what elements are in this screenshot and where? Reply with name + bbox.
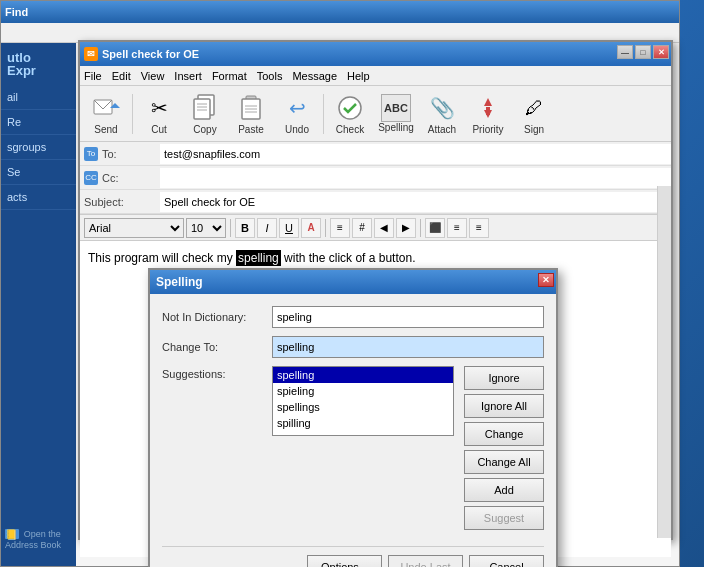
- to-input[interactable]: [160, 144, 671, 164]
- email-window-title: Spell check for OE: [102, 48, 199, 60]
- change-all-button[interactable]: Change All: [464, 450, 544, 474]
- cancel-button[interactable]: Cancel: [469, 555, 544, 567]
- check-button[interactable]: Check: [328, 89, 372, 138]
- sidebar-item-se[interactable]: Se: [1, 160, 76, 185]
- change-to-row: Change To:: [162, 336, 544, 358]
- suggestions-list[interactable]: spelling spieling spellings spilling: [272, 366, 454, 436]
- font-select[interactable]: Arial: [84, 218, 184, 238]
- change-to-input[interactable]: [272, 336, 544, 358]
- menu-edit[interactable]: Edit: [112, 70, 131, 82]
- priority-button[interactable]: Priority: [466, 89, 510, 138]
- svg-marker-15: [484, 110, 492, 118]
- sign-button[interactable]: 🖊 Sign: [512, 89, 556, 138]
- sidebar-item-mail[interactable]: ail: [1, 85, 76, 110]
- menu-tools[interactable]: Tools: [257, 70, 283, 82]
- close-button[interactable]: ✕: [653, 45, 669, 59]
- menu-file[interactable]: File: [84, 70, 102, 82]
- menu-message[interactable]: Message: [292, 70, 337, 82]
- undo-label: Undo: [285, 124, 309, 135]
- bold-button[interactable]: B: [235, 218, 255, 238]
- send-icon: [90, 92, 122, 124]
- check-icon: [334, 92, 366, 124]
- suggestion-item-spellings[interactable]: spellings: [273, 399, 453, 415]
- email-menubar: File Edit View Insert Format Tools Messa…: [80, 66, 671, 86]
- font-color-button[interactable]: A: [301, 218, 321, 238]
- not-in-dict-label: Not In Dictionary:: [162, 311, 272, 323]
- paste-button[interactable]: Paste: [229, 89, 273, 138]
- cc-icons: CC: [84, 171, 98, 185]
- align-center-button[interactable]: ≡: [447, 218, 467, 238]
- open-address-book-link[interactable]: 📒 Open the Address Book: [5, 528, 76, 550]
- sidebar-item-contacts[interactable]: acts: [1, 185, 76, 210]
- to-icons: To: [84, 147, 98, 161]
- align-left-button[interactable]: ⬛: [425, 218, 445, 238]
- paste-icon: [235, 92, 267, 124]
- fmt-sep-2: [325, 219, 326, 237]
- maximize-button[interactable]: □: [635, 45, 651, 59]
- suggestion-item-spilling[interactable]: spilling: [273, 415, 453, 431]
- numbering-button[interactable]: #: [352, 218, 372, 238]
- copy-button[interactable]: Copy: [183, 89, 227, 138]
- priority-label: Priority: [472, 124, 503, 135]
- body-text-before: This program will check my: [88, 251, 236, 265]
- suggestions-list-container: spelling spieling spellings spilling: [272, 366, 454, 530]
- undo-button[interactable]: ↩ Undo: [275, 89, 319, 138]
- fmt-sep-3: [420, 219, 421, 237]
- attach-button[interactable]: 📎 Attach: [420, 89, 464, 138]
- email-scrollbar[interactable]: [657, 186, 671, 538]
- decrease-indent-button[interactable]: ◀: [374, 218, 394, 238]
- attach-label: Attach: [428, 124, 456, 135]
- options-button[interactable]: Options...: [307, 555, 382, 567]
- suggestion-item-spieling[interactable]: spieling: [273, 383, 453, 399]
- fmt-sep-1: [230, 219, 231, 237]
- suggest-button[interactable]: Suggest: [464, 506, 544, 530]
- format-toolbar: Arial 10 B I U A ≡ # ◀ ▶ ⬛ ≡ ≡: [80, 215, 671, 241]
- outlook-titlebar: Find: [1, 1, 679, 23]
- italic-button[interactable]: I: [257, 218, 277, 238]
- align-right-button[interactable]: ≡: [469, 218, 489, 238]
- spell-dialog-titlebar: Spelling ✕: [150, 270, 556, 294]
- menu-format[interactable]: Format: [212, 70, 247, 82]
- outlook-title: Find: [5, 6, 28, 18]
- increase-indent-button[interactable]: ▶: [396, 218, 416, 238]
- add-button[interactable]: Add: [464, 478, 544, 502]
- send-label: Send: [94, 124, 117, 135]
- copy-label: Copy: [193, 124, 216, 135]
- sidebar-item-re[interactable]: Re: [1, 110, 76, 135]
- suggestions-area: spelling spieling spellings spilling Ign…: [272, 366, 544, 530]
- menu-view[interactable]: View: [141, 70, 165, 82]
- font-size-select[interactable]: 10: [186, 218, 226, 238]
- suggestion-item-spelling[interactable]: spelling: [273, 367, 453, 383]
- cut-label: Cut: [151, 124, 167, 135]
- cut-button[interactable]: ✂ Cut: [137, 89, 181, 138]
- subject-label-cell: Subject:: [80, 196, 160, 208]
- spell-bottom-buttons: Options... Undo Last Cancel: [162, 546, 544, 567]
- ignore-all-button[interactable]: Ignore All: [464, 394, 544, 418]
- undo-last-button[interactable]: Undo Last: [388, 555, 463, 567]
- menu-help[interactable]: Help: [347, 70, 370, 82]
- send-button[interactable]: Send: [84, 89, 128, 138]
- cc-input[interactable]: [160, 168, 671, 188]
- spelling-button[interactable]: ABC Spelling: [374, 91, 418, 136]
- underline-button[interactable]: U: [279, 218, 299, 238]
- bullets-button[interactable]: ≡: [330, 218, 350, 238]
- spell-dialog-close-button[interactable]: ✕: [538, 273, 554, 287]
- minimize-button[interactable]: —: [617, 45, 633, 59]
- cc-icon-1: CC: [84, 171, 98, 185]
- window-controls: — □ ✕: [617, 45, 669, 59]
- subject-input[interactable]: [160, 192, 671, 212]
- not-in-dict-input[interactable]: [272, 306, 544, 328]
- to-row: To To:: [80, 142, 671, 166]
- cc-row: CC Cc:: [80, 166, 671, 190]
- sign-label: Sign: [524, 124, 544, 135]
- change-button[interactable]: Change: [464, 422, 544, 446]
- svg-marker-13: [484, 98, 492, 106]
- suggestions-label: Suggestions:: [162, 366, 272, 380]
- sidebar-item-newsgroups[interactable]: sgroups: [1, 135, 76, 160]
- paste-label: Paste: [238, 124, 264, 135]
- menu-insert[interactable]: Insert: [174, 70, 202, 82]
- cut-icon: ✂: [143, 92, 175, 124]
- to-icon-1: To: [84, 147, 98, 161]
- spell-check-dialog: Spelling ✕ Not In Dictionary: Change To:…: [148, 268, 558, 567]
- ignore-button[interactable]: Ignore: [464, 366, 544, 390]
